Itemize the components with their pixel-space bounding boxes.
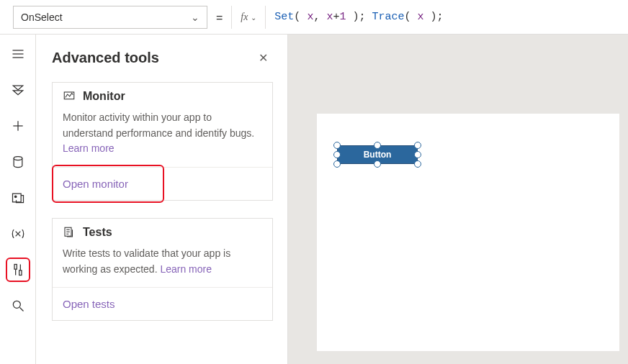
fx-label: fx [241, 12, 248, 23]
fx-button[interactable]: fx ⌄ [231, 6, 266, 29]
svg-rect-12 [19, 270, 21, 276]
svg-point-14 [13, 301, 20, 308]
tests-card-header: Tests [53, 219, 272, 240]
resize-handle[interactable] [414, 151, 421, 158]
svg-rect-6 [12, 194, 21, 202]
equals-sign: = [216, 10, 223, 24]
data-icon[interactable] [6, 150, 30, 174]
variables-icon[interactable] [6, 222, 30, 246]
property-selector[interactable]: OnSelect ⌄ [13, 6, 207, 29]
chevron-down-icon: ⌄ [191, 12, 199, 23]
tree-view-icon[interactable] [6, 78, 30, 102]
property-selector-value: OnSelect [21, 12, 63, 23]
media-icon[interactable] [6, 186, 30, 210]
svg-point-7 [14, 196, 17, 198]
left-rail [0, 35, 36, 364]
svg-line-15 [19, 308, 23, 311]
monitor-icon [63, 90, 76, 103]
resize-handle[interactable] [414, 160, 421, 168]
monitor-card-header: Monitor [53, 83, 272, 104]
tests-card-title: Tests [83, 226, 112, 239]
resize-handle[interactable] [333, 142, 341, 149]
panel-header: Advanced tools ✕ [52, 47, 273, 68]
formula-bar: OnSelect ⌄ = fx ⌄ Set( x, x+1 ); Trace( … [0, 0, 628, 35]
svg-point-5 [14, 157, 22, 160]
insert-icon[interactable] [6, 114, 30, 138]
open-tests-link[interactable]: Open tests [53, 287, 272, 320]
canvas-area[interactable]: Button [288, 35, 628, 364]
resize-handle[interactable] [414, 142, 421, 149]
resize-handle[interactable] [374, 142, 381, 149]
search-icon[interactable] [6, 294, 30, 318]
tests-learn-more-link[interactable]: Learn more [160, 263, 212, 275]
app-surface[interactable]: Button [317, 114, 619, 351]
tests-icon [63, 226, 76, 239]
advanced-tools-icon[interactable] [6, 258, 30, 282]
formula-input[interactable]: Set( x, x+1 ); Trace( x ); [274, 11, 443, 23]
chevron-down-icon: ⌄ [251, 14, 256, 22]
open-monitor-link[interactable]: Open monitor [53, 167, 272, 200]
resize-handle[interactable] [333, 160, 341, 168]
close-icon[interactable]: ✕ [253, 47, 273, 68]
monitor-card-text: Monitor activity within your app to unde… [63, 112, 254, 139]
resize-handle[interactable] [374, 160, 381, 168]
tests-card: Tests Write tests to validate that your … [52, 218, 273, 321]
monitor-card: Monitor Monitor activity within your app… [52, 82, 273, 201]
hamburger-icon[interactable] [6, 42, 30, 66]
monitor-learn-more-link[interactable]: Learn more [63, 142, 115, 154]
monitor-card-body: Monitor activity within your app to unde… [53, 104, 272, 167]
resize-handle[interactable] [333, 151, 341, 158]
selected-control[interactable]: Button [337, 145, 418, 164]
svg-rect-10 [14, 265, 17, 270]
main: Advanced tools ✕ Monitor Monitor activit… [0, 35, 628, 364]
advanced-tools-panel: Advanced tools ✕ Monitor Monitor activit… [36, 35, 288, 364]
panel-title: Advanced tools [52, 50, 159, 66]
monitor-card-title: Monitor [83, 90, 125, 103]
tests-card-body: Write tests to validate that your app is… [53, 240, 272, 287]
